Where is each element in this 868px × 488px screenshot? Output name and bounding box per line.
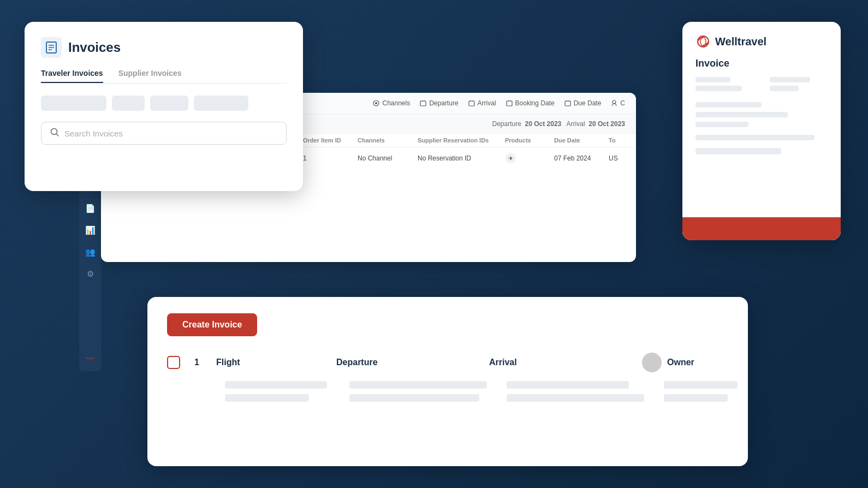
svg-line-5 xyxy=(57,134,59,136)
invoices-header: Invoices xyxy=(41,37,287,58)
invoice-icon xyxy=(41,37,62,58)
products-icon: ✈ xyxy=(505,153,554,164)
welltravel-red-bar xyxy=(682,217,841,240)
invoices-panel: Invoices Traveler Invoices Supplier Invo… xyxy=(25,22,303,191)
welltravel-header: Welltravel xyxy=(695,34,828,49)
col-due-date: Due Date xyxy=(554,137,609,144)
search-placeholder: Search Invoices xyxy=(64,129,123,138)
channels-value: No Channel xyxy=(358,154,418,162)
svg-point-20 xyxy=(613,100,616,104)
create-col-owner: Owner xyxy=(642,353,740,372)
due-date-value: 07 Feb 2024 xyxy=(554,154,609,162)
filter-pill-3[interactable] xyxy=(150,96,188,111)
sk-cell-1c xyxy=(507,381,629,389)
skeleton-1b xyxy=(695,86,742,91)
search-box[interactable]: Search Invoices xyxy=(41,122,287,145)
col-supplier-res: Supplier Reservation IDs xyxy=(418,137,505,144)
create-col-number: 1 xyxy=(194,358,216,367)
skeleton-3c xyxy=(695,122,748,127)
supplier-res-value: No Reservation ID xyxy=(418,154,505,162)
tab-supplier-invoices[interactable]: Supplier Invoices xyxy=(118,69,182,83)
svg-rect-11 xyxy=(469,101,474,106)
skeleton-1a xyxy=(695,77,730,82)
total-value: US xyxy=(609,154,636,162)
svg-point-7 xyxy=(375,102,377,104)
svg-rect-8 xyxy=(420,101,426,106)
skeleton-3b xyxy=(695,112,788,117)
owner-avatar xyxy=(642,353,662,372)
create-table-header: 1 Flight Departure Arrival Owner xyxy=(167,353,728,372)
skeleton-2a xyxy=(770,77,810,82)
welltravel-logo-icon xyxy=(695,34,711,49)
create-invoice-button[interactable]: Create Invoice xyxy=(167,313,257,336)
sidebar-icon-users[interactable]: 👥 xyxy=(85,247,96,258)
skeleton-row-1 xyxy=(167,381,728,389)
welltravel-card: Welltravel Invoice xyxy=(682,22,841,240)
svg-rect-17 xyxy=(565,101,570,106)
wt-invoice-title: Invoice xyxy=(695,58,828,69)
filter-departure[interactable]: Departure xyxy=(420,99,458,107)
tab-traveler-invoices[interactable]: Traveler Invoices xyxy=(41,69,103,83)
sk-cell-2b xyxy=(349,394,479,402)
sk-cell-1b xyxy=(349,381,487,389)
create-col-arrival: Arrival xyxy=(489,358,642,367)
wt-section-1 xyxy=(695,102,828,127)
skeleton-2b xyxy=(770,86,799,91)
filter-channels[interactable]: Channels xyxy=(373,99,410,107)
sk-cell-2a xyxy=(225,394,309,402)
filter-more[interactable]: C xyxy=(611,99,625,107)
col-total: To xyxy=(609,137,636,144)
filter-pills xyxy=(41,96,287,111)
sidebar-icon-document[interactable]: 📄 xyxy=(85,203,96,214)
filter-arrival[interactable]: Arrival xyxy=(468,99,496,107)
filter-pill-1[interactable] xyxy=(41,96,106,111)
wt-section-2 xyxy=(695,135,828,140)
svg-rect-14 xyxy=(507,101,512,106)
sk-cell-2d xyxy=(664,394,728,402)
skeleton-row-2 xyxy=(167,394,728,402)
sidebar-icon-chart[interactable]: 📊 xyxy=(85,225,96,236)
col-channels: Channels xyxy=(358,137,418,144)
sidebar-icon-brand: 〰 xyxy=(85,354,96,365)
create-header-checkbox[interactable] xyxy=(167,356,180,369)
sidebar-icon-settings[interactable]: ⚙ xyxy=(85,269,96,279)
sk-cell-1d xyxy=(664,381,738,389)
col-order-item-id: Order Item ID xyxy=(303,137,358,144)
skeleton-3a xyxy=(695,102,762,108)
col-products: Products xyxy=(505,137,554,144)
create-col-flight: Flight xyxy=(216,358,336,367)
welltravel-brand-name: Welltravel xyxy=(715,35,766,48)
sk-cell-1a xyxy=(225,381,327,389)
tabs-row: Traveler Invoices Supplier Invoices xyxy=(41,69,287,84)
filter-pill-2[interactable] xyxy=(112,96,145,111)
filter-due-date[interactable]: Due Date xyxy=(564,99,602,107)
svg-point-4 xyxy=(51,129,57,135)
filter-booking-date[interactable]: Booking Date xyxy=(506,99,555,107)
sk-cell-2c xyxy=(507,394,644,402)
skeleton-4 xyxy=(695,135,815,140)
skeleton-5 xyxy=(695,148,781,154)
order-item-id: 1 xyxy=(303,154,358,162)
departure-info: Departure 20 Oct 2023 Arrival 20 Oct 202… xyxy=(492,120,625,128)
invoices-title: Invoices xyxy=(68,40,121,55)
create-col-departure: Departure xyxy=(336,358,489,367)
create-invoice-card: Create Invoice 1 Flight Departure Arriva… xyxy=(147,297,748,466)
filter-pill-4[interactable] xyxy=(194,96,248,111)
search-icon xyxy=(50,128,59,139)
plane-icon: ✈ xyxy=(505,153,516,164)
